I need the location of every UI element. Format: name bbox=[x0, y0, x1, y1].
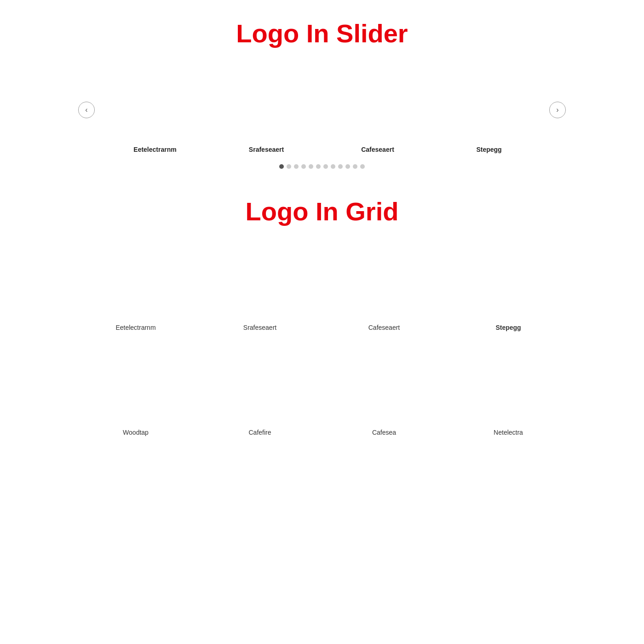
slider-section: Logo In Slider ‹ bbox=[78, 18, 566, 169]
grid-label-netelectra: Netelectra bbox=[494, 429, 523, 436]
dot-3[interactable] bbox=[294, 164, 299, 169]
slider-wrapper: ‹ bbox=[78, 67, 566, 153]
grid-item-cafesea: Mountain TRIP ★ ★ ★ Cafesea bbox=[327, 350, 442, 436]
dot-4[interactable] bbox=[301, 164, 306, 169]
grid-item-woodtap: TESTED & APPROVED PREMIUM Quality Woodta… bbox=[78, 350, 193, 436]
slider-dots bbox=[78, 164, 566, 169]
slider-item-2: Trends CLOTHING Srafeseaert bbox=[216, 67, 317, 153]
slider-next-button[interactable]: › bbox=[549, 102, 566, 118]
slider-label-2: Srafeseaert bbox=[249, 146, 284, 153]
slider-item-3: AMERICAN BIKES & PARTS 19 86 B&K bbox=[327, 67, 428, 153]
grid-title: Logo In Grid bbox=[78, 196, 566, 226]
slider-label-1: Eetelectrarnm bbox=[133, 146, 176, 153]
grid-item-madenew: MADENEW EST. 2013 Eetelectrarnm bbox=[78, 245, 193, 331]
grid-label-guitar: Stepegg bbox=[495, 324, 521, 331]
dot-11[interactable] bbox=[353, 164, 357, 169]
dot-10[interactable] bbox=[345, 164, 350, 169]
dot-12[interactable] bbox=[360, 164, 365, 169]
grid-label-trends: Srafeseaert bbox=[243, 324, 276, 331]
dot-6[interactable] bbox=[316, 164, 321, 169]
dot-5[interactable] bbox=[309, 164, 313, 169]
logo-grid: MADENEW EST. 2013 Eetelectrarnm Trends bbox=[78, 245, 566, 436]
dot-2[interactable] bbox=[287, 164, 291, 169]
dot-8[interactable] bbox=[331, 164, 335, 169]
dot-9[interactable] bbox=[338, 164, 343, 169]
page-container: Logo In Slider ‹ bbox=[69, 0, 575, 454]
grid-item-guitar: GUITAR STUDIO SCHOOL OF MUSIC Stepegg bbox=[451, 245, 566, 331]
grid-item-cafefire: PREMIUM QUALITY GUARANTEED Cafefire bbox=[202, 350, 317, 436]
grid-label-bk: Cafeseaert bbox=[368, 324, 400, 331]
slider-label-3: Cafeseaert bbox=[361, 146, 394, 153]
slider-item-4: GUITAR STUDIO SCHOOL OF MUSIC Stepegg bbox=[438, 67, 540, 153]
slider-item-1: MADENEW EST. 2013 Eetelectrarnm bbox=[104, 67, 206, 153]
grid-item-trends: Trends CLOTHING Srafeseaert bbox=[202, 245, 317, 331]
dot-7[interactable] bbox=[323, 164, 328, 169]
dot-1[interactable] bbox=[279, 164, 284, 169]
slider-items: MADENEW EST. 2013 Eetelectrarnm bbox=[95, 67, 549, 153]
slider-title: Logo In Slider bbox=[78, 18, 566, 48]
grid-item-netelectra: RESTAURANT FRESH SEA FOOD 20 14 ✦ ✦ bbox=[451, 350, 566, 436]
slider-prev-button[interactable]: ‹ bbox=[78, 102, 95, 118]
slider-label-4: Stepegg bbox=[476, 146, 501, 153]
grid-label-woodtap: Woodtap bbox=[123, 429, 149, 436]
grid-label-cafesea: Cafesea bbox=[372, 429, 396, 436]
grid-section: Logo In Grid MADENEW bbox=[78, 196, 566, 436]
grid-label-madenew: Eetelectrarnm bbox=[115, 324, 155, 331]
grid-label-cafefire: Cafefire bbox=[248, 429, 271, 436]
grid-item-bk: AMERICAN BIKES & PARTS 19 86 B&K Cafesea… bbox=[327, 245, 442, 331]
